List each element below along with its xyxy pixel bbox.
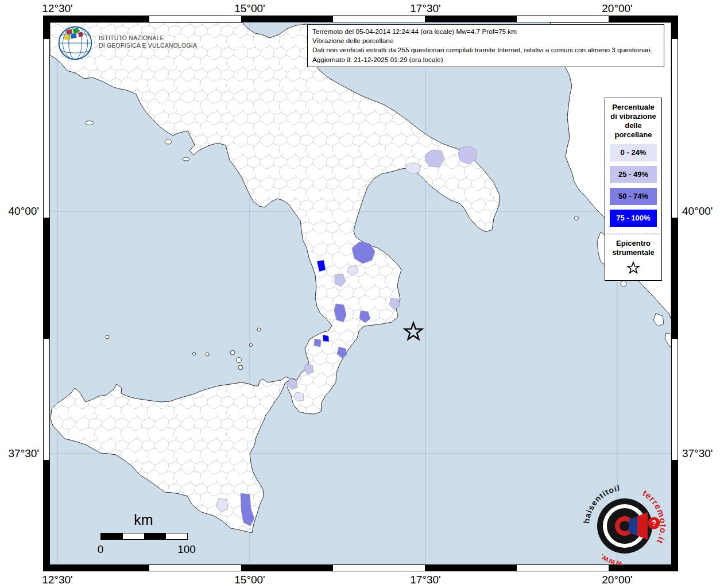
legend-title-line: porcellane	[605, 130, 661, 140]
legend-class-label: 0 - 24%	[621, 148, 647, 157]
info-line-disclaimer: Dati non verificati estratti da 255 ques…	[312, 45, 659, 55]
ingv-globe-icon	[56, 24, 94, 62]
coord-label-top-3: 17°30'	[400, 2, 451, 15]
ingv-text-line2: DI GEOFISICA E VULCANOLOGIA	[99, 42, 197, 49]
ingv-text-line1: ISTITUTO NAZIONALE	[99, 34, 197, 42]
ingv-logo: ISTITUTO NAZIONALE DI GEOFISICA E VULCAN…	[56, 24, 246, 64]
page: { "coordinates": { "top": ["12°30'", "15…	[0, 0, 720, 588]
scale-bar-end-label: 100	[175, 543, 199, 556]
legend-separator	[607, 234, 660, 234]
frame-band-left	[44, 22, 50, 564]
legend-epicenter-label-line: strumentale	[605, 248, 661, 257]
legend-class-50-74: 50 - 74%	[610, 188, 657, 205]
legend-class-label: 25 - 49%	[618, 170, 648, 179]
legend-class-label: 75 - 100%	[616, 214, 650, 222]
question-mark: ?	[652, 519, 657, 528]
scale-bar	[100, 533, 188, 540]
legend-star-icon	[626, 261, 641, 274]
coord-label-bottom-3: 17°30'	[400, 574, 451, 586]
info-line-event: Terremoto del 05-04-2014 12:24:44 (ora l…	[312, 27, 659, 36]
coord-label-top-1: 12°30'	[32, 2, 83, 15]
coord-label-bottom-4: 20°00'	[591, 574, 643, 586]
scale-bar-segment	[123, 533, 145, 539]
coord-label-bottom-2: 15°00'	[224, 574, 276, 586]
legend-epicenter-label-line: Epicentro	[605, 239, 661, 248]
municipality-shape	[323, 335, 329, 342]
legend-class-75-100: 75 - 100%	[610, 210, 657, 227]
frame-band-right	[671, 22, 678, 564]
earthquake-info-box: Terremoto del 05-04-2014 12:24:44 (ora l…	[307, 24, 664, 67]
coord-label-left-2: 37°30'	[1, 447, 39, 460]
info-line-updated: Aggiornato il: 21-12-2025 01:29 (ora loc…	[312, 55, 659, 64]
scale-bar-segment	[101, 533, 123, 539]
legend: Percentuale di vibrazione delle porcella…	[605, 98, 662, 281]
municipality-shape	[314, 339, 321, 347]
legend-class-label: 50 - 74%	[618, 192, 648, 200]
coord-label-bottom-1: 12°30'	[32, 574, 83, 586]
scale-bar-segment	[144, 533, 166, 539]
frame-band-top	[44, 16, 678, 22]
ingv-logo-text: ISTITUTO NAZIONALE DI GEOFISICA E VULCAN…	[99, 34, 197, 49]
coord-label-right-1: 40°00'	[682, 205, 720, 218]
legend-class-25-49: 25 - 49%	[610, 166, 657, 183]
svg-text:www.: www.	[597, 552, 624, 569]
coord-label-right-2: 37°30'	[682, 447, 720, 460]
coord-label-top-2: 15°00'	[224, 2, 276, 15]
haisentitoilterremoto-logo: ? haisentitoil terremoto.it www.	[578, 480, 672, 571]
legend-class-0-24: 0 - 24%	[610, 144, 657, 161]
watermark-text-www: www.	[597, 552, 624, 569]
info-line-map-subject: Vibrazione delle porcellane	[312, 36, 659, 45]
legend-title-line: delle	[605, 121, 661, 130]
coord-label-left-1: 40°00'	[1, 205, 39, 218]
coord-label-top-4: 20°00'	[591, 2, 643, 15]
scale-bar-unit: km	[100, 512, 187, 528]
legend-title-line: di vibrazione	[605, 112, 661, 121]
scale-bar-segment	[166, 533, 188, 539]
legend-title-line: Percentuale	[605, 103, 661, 112]
scale-bar-start-label: 0	[94, 543, 107, 556]
